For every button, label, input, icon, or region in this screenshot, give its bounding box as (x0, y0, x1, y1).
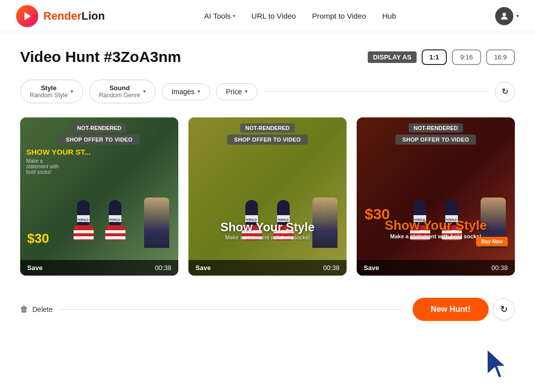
price-label: Price (226, 88, 242, 96)
logo-render: Render (43, 10, 82, 22)
nav-hub[interactable]: Hub (382, 12, 396, 20)
card-1-bottom: Save 00:38 (20, 260, 178, 276)
main-content: Video Hunt #3ZoA3nm DISPLAY AS 1:1 9:16 … (0, 32, 535, 337)
delete-button[interactable]: 🗑 Delete (20, 305, 52, 314)
filters-row: Style Random Style ▾ Sound Random Genre … (20, 80, 515, 103)
ratio-9-16-button[interactable]: 9:16 (452, 49, 481, 65)
card-1-inner: NOT-RENDERED SHOP OFFER TO VIDEO SHOW YO… (20, 117, 178, 276)
card-2-bottom: Save 00:38 (188, 260, 347, 276)
card-2-text-area: Show Your Style Make a statement with bo… (188, 220, 347, 240)
style-value: Random Style (30, 92, 68, 99)
chevron-down-icon: ▾ (233, 13, 235, 19)
nav-ai-tools[interactable]: AI Tools ▾ (204, 12, 235, 20)
card-3-price: $30 (365, 206, 390, 223)
sound-chevron-icon: ▾ (143, 88, 146, 95)
svg-point-1 (503, 13, 506, 16)
ratio-1-1-button[interactable]: 1:1 (422, 49, 447, 65)
main-nav: AI Tools ▾ URL to Video Prompt to Video … (204, 12, 396, 20)
svg-marker-0 (25, 12, 31, 20)
logo[interactable]: RenderLion (16, 5, 105, 27)
card-3-not-rendered-badge: NOT-RENDERED (409, 123, 463, 133)
new-hunt-refresh-icon: ↻ (500, 304, 508, 315)
filter-separator (263, 91, 489, 92)
delete-label: Delete (32, 305, 52, 313)
logo-icon (16, 5, 38, 27)
style-label: Style (30, 84, 68, 92)
page-title: Video Hunt #3ZoA3nm (20, 48, 181, 66)
refresh-icon: ↻ (502, 87, 508, 96)
card-1-price: $30 (27, 231, 49, 246)
card-1-text-area: SHOW YOUR ST... Make astatement withbold… (26, 148, 91, 175)
card-3-save-button[interactable]: Save (364, 264, 379, 272)
video-grid: NOT-RENDERED SHOP OFFER TO VIDEO SHOW YO… (20, 117, 515, 276)
video-card-3[interactable]: NOT-RENDERED SHOP OFFER TO VIDEO Show Yo… (357, 117, 515, 276)
ratio-16-9-button[interactable]: 16:9 (486, 49, 515, 65)
images-filter-button[interactable]: Images ▾ (162, 83, 210, 100)
filters-refresh-button[interactable]: ↻ (495, 82, 515, 102)
svg-rect-11 (105, 230, 125, 233)
card-3-buy-now-badge: Buy Now (476, 237, 508, 246)
user-avatar-icon (495, 7, 513, 25)
images-label: Images (171, 88, 194, 96)
video-card-2[interactable]: NOT-RENDERED SHOP OFFER TO VIDEO Show Yo… (188, 117, 347, 276)
card-2-duration: 00:38 (323, 264, 340, 272)
logo-lion: Lion (82, 10, 105, 22)
card-2-inner: NOT-RENDERED SHOP OFFER TO VIDEO Show Yo… (188, 117, 347, 276)
new-hunt-area: New Hunt! ↻ (413, 298, 515, 321)
sock-left-1: DONALD TRUMP (70, 200, 97, 248)
sound-label: Sound (99, 84, 140, 92)
price-chevron-icon: ▾ (245, 88, 248, 95)
card-2-sub: Make a statement with bold socks! (188, 234, 347, 240)
card-1-title: SHOW YOUR ST... (26, 148, 91, 156)
nav-prompt-to-video[interactable]: Prompt to Video (312, 12, 366, 20)
user-menu[interactable]: ▾ (495, 7, 519, 25)
sound-filter-button[interactable]: Sound Random Genre ▾ (89, 80, 156, 103)
new-hunt-refresh-button[interactable]: ↻ (493, 298, 515, 320)
card-3-duration: 00:38 (491, 264, 508, 272)
svg-rect-12 (105, 236, 125, 239)
title-row: Video Hunt #3ZoA3nm DISPLAY AS 1:1 9:16 … (20, 48, 515, 66)
card-2-title: Show Your Style (188, 220, 347, 234)
card-2-not-rendered-badge: NOT-RENDERED (240, 123, 295, 133)
video-card-1[interactable]: NOT-RENDERED SHOP OFFER TO VIDEO SHOW YO… (20, 117, 178, 276)
svg-rect-4 (74, 230, 94, 233)
card-3-shop-offer-badge: SHOP OFFER TO VIDEO (395, 135, 476, 145)
trash-icon: 🗑 (20, 305, 28, 314)
bottom-row: 🗑 Delete New Hunt! ↻ (20, 292, 515, 321)
svg-text:TRUMP: TRUMP (79, 221, 88, 224)
card-1-shop-offer-badge: SHOP OFFER TO VIDEO (59, 135, 140, 145)
play-icon (22, 11, 33, 22)
user-chevron-icon: ▾ (516, 13, 519, 19)
card-2-save-button[interactable]: Save (195, 264, 211, 272)
display-as-label: DISPLAY AS (368, 51, 416, 63)
display-as-area: DISPLAY AS 1:1 9:16 16:9 (368, 49, 515, 65)
card-1-sub: Make astatement withbold socks! (26, 158, 91, 175)
header: RenderLion AI Tools ▾ URL to Video Promp… (0, 0, 535, 32)
card-1-not-rendered-badge: NOT-RENDERED (72, 123, 126, 133)
bottom-divider (60, 309, 404, 310)
card-3-inner: NOT-RENDERED SHOP OFFER TO VIDEO Show Yo… (357, 117, 515, 276)
sound-value: Random Genre (99, 92, 140, 99)
style-chevron-icon: ▾ (71, 88, 74, 95)
card-1-duration: 00:38 (155, 264, 171, 272)
card-1-save-button[interactable]: Save (27, 264, 42, 272)
sock-right-1: DONALD TRUMP (101, 200, 129, 248)
svg-rect-5 (74, 236, 94, 239)
style-filter-button[interactable]: Style Random Style ▾ (20, 80, 83, 103)
nav-url-to-video[interactable]: URL to Video (251, 12, 296, 20)
svg-text:TRUMP: TRUMP (110, 221, 119, 224)
price-filter-button[interactable]: Price ▾ (216, 83, 257, 100)
card-2-shop-offer-badge: SHOP OFFER TO VIDEO (227, 135, 308, 145)
images-chevron-icon: ▾ (197, 88, 200, 95)
new-hunt-button[interactable]: New Hunt! (413, 298, 489, 321)
person-icon (499, 11, 509, 21)
card-1-figure (144, 198, 169, 248)
logo-text: RenderLion (43, 10, 105, 23)
card-3-bottom: Save 00:38 (357, 260, 515, 276)
